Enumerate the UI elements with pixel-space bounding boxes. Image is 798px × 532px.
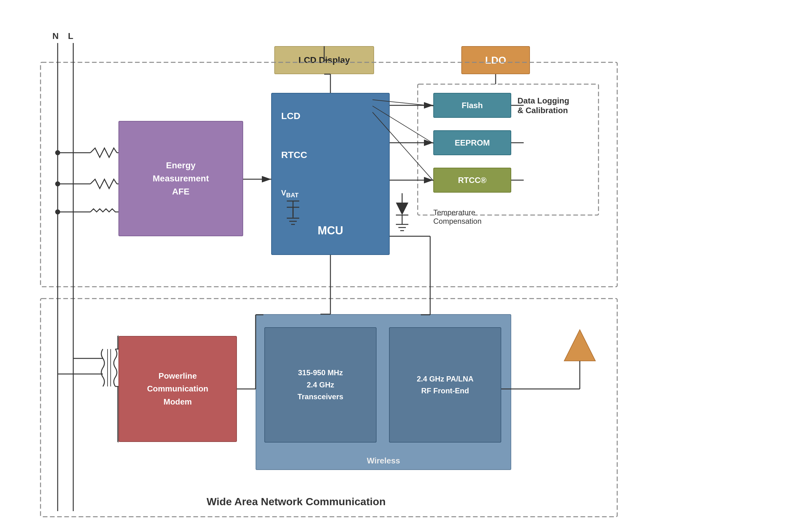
diagram-svg [0,0,798,532]
svg-line-65 [373,112,433,181]
svg-marker-36 [396,203,408,215]
svg-line-64 [373,106,433,144]
diagram-container: N L LCD Display LDO Energy Measurement A… [0,0,798,532]
svg-rect-3 [418,84,598,215]
svg-marker-66 [564,330,595,361]
svg-rect-4 [40,299,617,517]
svg-rect-2 [40,62,617,287]
